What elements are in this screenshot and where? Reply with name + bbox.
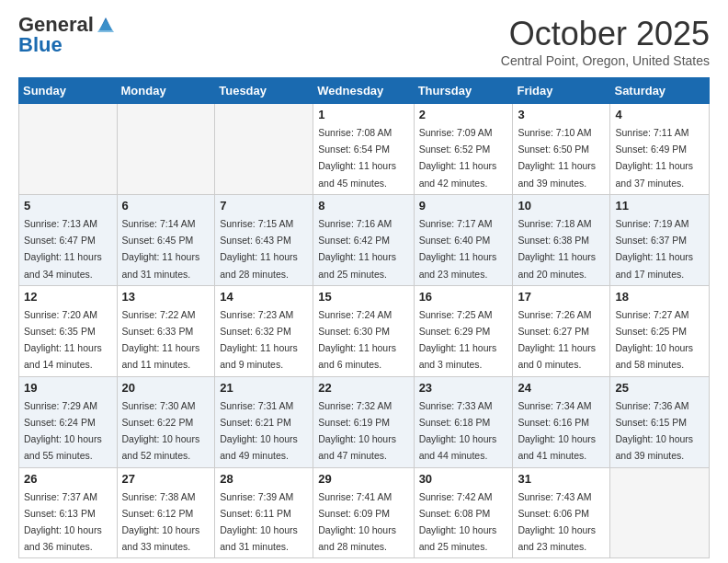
calendar-cell: 13Sunrise: 7:22 AMSunset: 6:33 PMDayligh… xyxy=(117,285,215,376)
calendar-cell: 5Sunrise: 7:13 AMSunset: 6:47 PMDaylight… xyxy=(19,194,118,285)
day-number: 16 xyxy=(419,290,508,304)
weekday-header-tuesday: Tuesday xyxy=(215,78,313,104)
day-number: 27 xyxy=(122,472,210,486)
day-info: Sunrise: 7:30 AMSunset: 6:22 PMDaylight:… xyxy=(122,400,200,462)
calendar-cell: 1Sunrise: 7:08 AMSunset: 6:54 PMDaylight… xyxy=(313,104,414,195)
calendar-cell: 27Sunrise: 7:38 AMSunset: 6:12 PMDayligh… xyxy=(117,467,215,558)
calendar-cell: 2Sunrise: 7:09 AMSunset: 6:52 PMDaylight… xyxy=(414,104,513,195)
header: General Blue October 2025 Central Point,… xyxy=(18,15,710,68)
day-info: Sunrise: 7:42 AMSunset: 6:08 PMDaylight:… xyxy=(419,491,497,553)
day-number: 10 xyxy=(518,199,605,213)
calendar-cell: 19Sunrise: 7:29 AMSunset: 6:24 PMDayligh… xyxy=(19,376,118,467)
week-row-5: 26Sunrise: 7:37 AMSunset: 6:13 PMDayligh… xyxy=(19,467,710,558)
calendar-cell: 9Sunrise: 7:17 AMSunset: 6:40 PMDaylight… xyxy=(414,194,513,285)
week-row-1: 1Sunrise: 7:08 AMSunset: 6:54 PMDaylight… xyxy=(19,104,710,195)
svg-marker-1 xyxy=(97,19,114,32)
day-info: Sunrise: 7:31 AMSunset: 6:21 PMDaylight:… xyxy=(220,400,298,462)
day-number: 3 xyxy=(518,108,605,121)
calendar-cell: 15Sunrise: 7:24 AMSunset: 6:30 PMDayligh… xyxy=(313,285,414,376)
calendar-cell: 17Sunrise: 7:26 AMSunset: 6:27 PMDayligh… xyxy=(513,285,610,376)
day-info: Sunrise: 7:32 AMSunset: 6:19 PMDaylight:… xyxy=(318,400,396,462)
day-info: Sunrise: 7:37 AMSunset: 6:13 PMDaylight:… xyxy=(24,491,102,553)
calendar-cell: 12Sunrise: 7:20 AMSunset: 6:35 PMDayligh… xyxy=(19,285,118,376)
day-info: Sunrise: 7:16 AMSunset: 6:42 PMDaylight:… xyxy=(318,218,396,280)
title-block: October 2025 Central Point, Oregon, Unit… xyxy=(501,15,710,68)
day-number: 18 xyxy=(615,290,704,304)
day-info: Sunrise: 7:10 AMSunset: 6:50 PMDaylight:… xyxy=(518,127,596,189)
day-number: 24 xyxy=(518,381,605,395)
calendar-cell: 23Sunrise: 7:33 AMSunset: 6:18 PMDayligh… xyxy=(414,376,513,467)
calendar-cell: 3Sunrise: 7:10 AMSunset: 6:50 PMDaylight… xyxy=(513,104,610,195)
calendar-cell xyxy=(19,104,118,195)
day-number: 25 xyxy=(615,381,704,395)
calendar-cell: 26Sunrise: 7:37 AMSunset: 6:13 PMDayligh… xyxy=(19,467,118,558)
weekday-header-friday: Friday xyxy=(513,78,610,104)
week-row-3: 12Sunrise: 7:20 AMSunset: 6:35 PMDayligh… xyxy=(19,285,710,376)
day-info: Sunrise: 7:19 AMSunset: 6:37 PMDaylight:… xyxy=(615,218,693,280)
day-info: Sunrise: 7:27 AMSunset: 6:25 PMDaylight:… xyxy=(615,309,693,371)
day-info: Sunrise: 7:24 AMSunset: 6:30 PMDaylight:… xyxy=(318,309,396,371)
day-number: 9 xyxy=(419,199,508,213)
day-number: 1 xyxy=(318,108,408,121)
calendar-cell xyxy=(610,467,710,558)
day-number: 23 xyxy=(419,381,508,395)
day-number: 29 xyxy=(318,472,408,486)
day-info: Sunrise: 7:41 AMSunset: 6:09 PMDaylight:… xyxy=(318,491,396,553)
day-info: Sunrise: 7:39 AMSunset: 6:11 PMDaylight:… xyxy=(220,491,298,553)
calendar-cell: 7Sunrise: 7:15 AMSunset: 6:43 PMDaylight… xyxy=(215,194,313,285)
calendar-cell: 21Sunrise: 7:31 AMSunset: 6:21 PMDayligh… xyxy=(215,376,313,467)
day-info: Sunrise: 7:14 AMSunset: 6:45 PMDaylight:… xyxy=(122,218,200,280)
location: Central Point, Oregon, United States xyxy=(501,53,710,68)
day-number: 19 xyxy=(24,381,112,395)
logo-blue-text: Blue xyxy=(18,35,116,55)
day-number: 14 xyxy=(220,290,308,304)
day-number: 21 xyxy=(220,381,308,395)
day-info: Sunrise: 7:36 AMSunset: 6:15 PMDaylight:… xyxy=(615,400,693,462)
calendar-cell: 24Sunrise: 7:34 AMSunset: 6:16 PMDayligh… xyxy=(513,376,610,467)
calendar-cell: 14Sunrise: 7:23 AMSunset: 6:32 PMDayligh… xyxy=(215,285,313,376)
calendar-cell: 16Sunrise: 7:25 AMSunset: 6:29 PMDayligh… xyxy=(414,285,513,376)
day-number: 5 xyxy=(24,199,112,213)
day-info: Sunrise: 7:18 AMSunset: 6:38 PMDaylight:… xyxy=(518,218,596,280)
calendar-cell xyxy=(117,104,215,195)
day-number: 26 xyxy=(24,472,112,486)
day-number: 20 xyxy=(122,381,210,395)
calendar-cell: 10Sunrise: 7:18 AMSunset: 6:38 PMDayligh… xyxy=(513,194,610,285)
page: General Blue October 2025 Central Point,… xyxy=(0,0,728,563)
weekday-header-sunday: Sunday xyxy=(19,78,118,104)
day-number: 12 xyxy=(24,290,112,304)
weekday-header-saturday: Saturday xyxy=(610,78,710,104)
day-number: 22 xyxy=(318,381,408,395)
calendar-cell xyxy=(215,104,313,195)
calendar-cell: 22Sunrise: 7:32 AMSunset: 6:19 PMDayligh… xyxy=(313,376,414,467)
calendar-cell: 6Sunrise: 7:14 AMSunset: 6:45 PMDaylight… xyxy=(117,194,215,285)
month-title: October 2025 xyxy=(501,15,710,53)
day-info: Sunrise: 7:09 AMSunset: 6:52 PMDaylight:… xyxy=(419,127,497,189)
weekday-header-row: SundayMondayTuesdayWednesdayThursdayFrid… xyxy=(19,78,710,104)
calendar-cell: 29Sunrise: 7:41 AMSunset: 6:09 PMDayligh… xyxy=(313,467,414,558)
day-info: Sunrise: 7:25 AMSunset: 6:29 PMDaylight:… xyxy=(419,309,497,371)
day-number: 15 xyxy=(318,290,408,304)
calendar-table: SundayMondayTuesdayWednesdayThursdayFrid… xyxy=(18,77,710,558)
day-info: Sunrise: 7:29 AMSunset: 6:24 PMDaylight:… xyxy=(24,400,102,462)
day-info: Sunrise: 7:20 AMSunset: 6:35 PMDaylight:… xyxy=(24,309,102,371)
calendar-cell: 31Sunrise: 7:43 AMSunset: 6:06 PMDayligh… xyxy=(513,467,610,558)
day-number: 11 xyxy=(615,199,704,213)
calendar-cell: 28Sunrise: 7:39 AMSunset: 6:11 PMDayligh… xyxy=(215,467,313,558)
weekday-header-monday: Monday xyxy=(117,78,215,104)
day-number: 4 xyxy=(615,108,704,121)
day-info: Sunrise: 7:17 AMSunset: 6:40 PMDaylight:… xyxy=(419,218,497,280)
calendar-cell: 8Sunrise: 7:16 AMSunset: 6:42 PMDaylight… xyxy=(313,194,414,285)
day-info: Sunrise: 7:08 AMSunset: 6:54 PMDaylight:… xyxy=(318,127,396,189)
day-info: Sunrise: 7:13 AMSunset: 6:47 PMDaylight:… xyxy=(24,218,102,280)
weekday-header-wednesday: Wednesday xyxy=(313,78,414,104)
day-number: 28 xyxy=(220,472,308,486)
day-number: 7 xyxy=(220,199,308,213)
week-row-4: 19Sunrise: 7:29 AMSunset: 6:24 PMDayligh… xyxy=(19,376,710,467)
day-info: Sunrise: 7:43 AMSunset: 6:06 PMDaylight:… xyxy=(518,491,596,553)
day-number: 8 xyxy=(318,199,408,213)
logo-general-text: General xyxy=(18,15,94,35)
day-info: Sunrise: 7:11 AMSunset: 6:49 PMDaylight:… xyxy=(615,127,693,189)
day-number: 17 xyxy=(518,290,605,304)
day-info: Sunrise: 7:22 AMSunset: 6:33 PMDaylight:… xyxy=(122,309,200,371)
